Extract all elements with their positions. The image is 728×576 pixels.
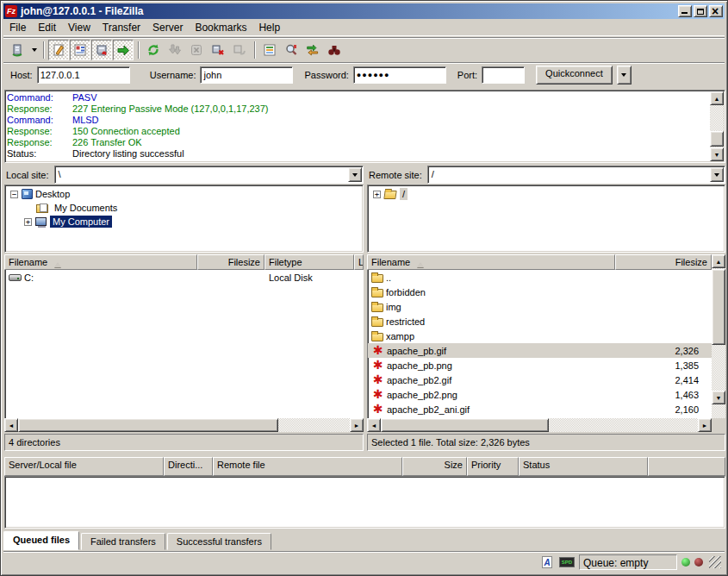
tree-item-label[interactable]: / [400, 188, 408, 200]
scroll-right-icon[interactable] [698, 418, 712, 432]
menu-server[interactable]: Server [146, 20, 189, 35]
folder-icon [371, 274, 383, 283]
file-row[interactable]: img [368, 299, 712, 314]
toggle-transfer-queue-button[interactable] [113, 40, 134, 60]
scrollbar-thumb[interactable] [381, 418, 549, 432]
file-row[interactable]: restricted [368, 314, 712, 329]
synchronized-browsing-button[interactable] [302, 40, 323, 60]
menu-transfer[interactable]: Transfer [96, 20, 146, 35]
tree-item-label[interactable]: My Documents [52, 202, 120, 214]
column-header-status[interactable]: Status [519, 457, 648, 476]
toggle-remote-tree-button[interactable] [91, 40, 112, 60]
username-input[interactable] [200, 66, 293, 84]
column-header-server-local-file[interactable]: Server/Local file [4, 457, 164, 476]
quickconnect-dropdown-button[interactable] [617, 66, 632, 85]
scroll-left-icon[interactable] [4, 418, 18, 432]
column-header-size[interactable]: Size [402, 457, 467, 476]
tab-failed-transfers[interactable]: Failed transfers [81, 533, 165, 550]
file-row[interactable]: .. [368, 270, 712, 285]
scroll-up-icon[interactable] [712, 254, 725, 268]
menu-file[interactable]: File [3, 20, 32, 35]
tree-item-root[interactable]: / [368, 187, 725, 201]
remote-horizontal-scrollbar[interactable] [367, 418, 712, 432]
log-line: Response:227 Entering Passive Mode (127,… [7, 103, 710, 115]
tree-item-label[interactable]: Desktop [33, 188, 72, 200]
file-row[interactable]: apache_pb.png1,385 [368, 358, 712, 373]
column-header-filetype[interactable]: Filetype [264, 254, 354, 270]
site-manager-dropdown-button[interactable] [28, 41, 40, 59]
scrollbar-thumb[interactable] [18, 418, 278, 432]
column-header-filesize[interactable]: Filesize [197, 254, 264, 270]
directory-comparison-button[interactable] [281, 40, 302, 60]
local-pane: Local site: \ Desktop My Documents My Co… [4, 166, 364, 453]
collapse-icon[interactable] [10, 191, 18, 198]
filter-button[interactable] [259, 40, 280, 60]
log-line: Command:PASV [7, 92, 710, 103]
scroll-up-icon[interactable] [710, 91, 724, 105]
menu-help[interactable]: Help [252, 20, 286, 35]
disconnect-button[interactable] [208, 40, 228, 60]
local-horizontal-scrollbar[interactable] [4, 418, 364, 432]
port-input[interactable] [482, 66, 525, 84]
combo-dropdown-button[interactable] [710, 167, 724, 182]
column-header-filename[interactable]: Filename [367, 254, 615, 270]
column-header-filename[interactable]: Filename [4, 254, 197, 270]
column-header-filesize[interactable]: Filesize [615, 254, 712, 270]
toggle-local-tree-button[interactable] [70, 40, 90, 60]
tree-item-label[interactable]: My Computer [50, 216, 112, 228]
column-header-last-modified[interactable]: L [354, 254, 364, 270]
combo-dropdown-button[interactable] [348, 167, 362, 182]
scroll-right-icon[interactable] [350, 418, 364, 432]
scroll-down-icon[interactable] [712, 391, 725, 404]
folder-open-icon [383, 191, 396, 199]
tab-queued-files[interactable]: Queued files [3, 531, 79, 550]
expand-icon[interactable] [373, 191, 381, 198]
scrollbar-thumb[interactable] [710, 131, 724, 147]
scroll-down-icon[interactable] [710, 147, 724, 161]
file-row[interactable]: apache_pb2_ani.gif2,160 [368, 402, 712, 416]
quickconnect-button[interactable]: Quickconnect [536, 66, 613, 85]
maximize-button[interactable] [694, 5, 707, 17]
remote-site-combo[interactable]: / [427, 166, 725, 184]
menu-edit[interactable]: Edit [32, 20, 62, 35]
cancel-operation-button[interactable] [186, 40, 207, 60]
expand-icon[interactable] [24, 218, 32, 226]
file-row[interactable]: forbidden [368, 285, 712, 299]
tree-item-desktop[interactable]: Desktop [5, 187, 363, 201]
process-queue-button[interactable] [165, 40, 185, 60]
column-header-remote-file[interactable]: Remote file [213, 457, 402, 476]
transfer-type-indicator[interactable]: A [540, 555, 555, 570]
scroll-left-icon[interactable] [367, 418, 381, 432]
activity-led-red-icon [694, 558, 703, 567]
menu-view[interactable]: View [62, 20, 96, 35]
minimize-button[interactable] [678, 5, 692, 17]
file-row[interactable]: apache_pb2.gif2,414 [368, 373, 712, 387]
menu-bookmarks[interactable]: Bookmarks [189, 20, 252, 35]
file-row[interactable]: apache_pb2.png1,463 [368, 387, 712, 402]
queue-list[interactable] [4, 476, 725, 529]
speed-limit-icon[interactable]: SPD [559, 557, 575, 567]
refresh-button[interactable] [143, 40, 164, 60]
file-size: 1,463 [616, 390, 702, 400]
tab-successful-transfers[interactable]: Successful transfers [167, 533, 271, 550]
password-input[interactable] [353, 66, 446, 84]
toggle-message-log-button[interactable] [48, 40, 69, 60]
find-files-button[interactable] [324, 40, 345, 60]
reconnect-button[interactable] [229, 40, 250, 60]
close-button[interactable] [709, 5, 723, 17]
host-input[interactable] [37, 66, 130, 84]
file-row[interactable]: xampp [368, 329, 712, 343]
file-row-c-drive[interactable]: C: Local Disk [5, 270, 364, 285]
column-header-direction[interactable]: Directi... [164, 457, 213, 476]
remote-vertical-scrollbar[interactable] [712, 254, 725, 418]
local-site-combo[interactable]: \ [54, 166, 364, 184]
binoculars-icon [327, 43, 341, 57]
log-scrollbar[interactable] [710, 91, 724, 161]
tree-item-my-documents[interactable]: My Documents [5, 201, 363, 215]
tree-item-my-computer[interactable]: My Computer [5, 215, 363, 229]
file-row-selected[interactable]: apache_pb.gif2,326 [368, 343, 712, 358]
site-manager-button[interactable] [7, 40, 28, 60]
column-header-priority[interactable]: Priority [467, 457, 519, 476]
resize-grip[interactable] [709, 556, 721, 568]
scrollbar-thumb[interactable] [712, 269, 725, 345]
